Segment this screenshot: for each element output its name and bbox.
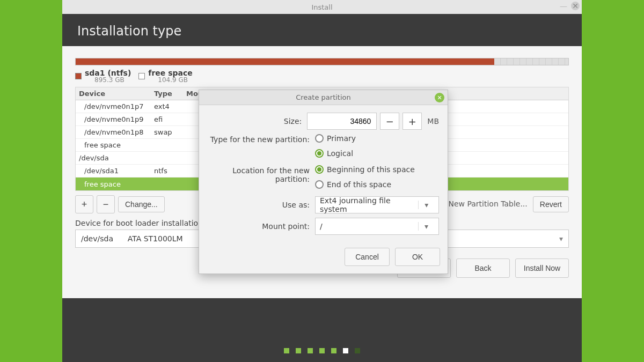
partition-location-end[interactable]: End of this space	[315, 180, 391, 189]
chevron-down-icon: ▾	[559, 234, 563, 243]
row-type: swap	[154, 128, 186, 136]
dialog-close-button[interactable]: ✕	[435, 93, 444, 102]
use-as-select[interactable]: Ext4 journaling file system ▾	[315, 196, 439, 213]
usage-legend: sda1 (ntfs) 895.3 GB free space 104.9 GB	[75, 69, 569, 84]
usage-segment-used	[76, 58, 494, 65]
progress-dot	[319, 348, 325, 353]
progress-dot	[296, 348, 301, 353]
row-device: /dev/nvme0n1p8	[79, 128, 154, 136]
row-type: efi	[154, 115, 186, 123]
row-device: free space	[79, 141, 154, 149]
partition-location-begin[interactable]: Beginning of this space	[315, 165, 415, 174]
partition-type-logical[interactable]: Logical	[315, 149, 353, 158]
progress-dot	[284, 348, 289, 353]
page-title: Installation type	[77, 24, 181, 39]
col-type: Type	[154, 90, 186, 98]
revert-button[interactable]: Revert	[533, 196, 569, 212]
back-button[interactable]: Back	[456, 258, 510, 278]
size-unit: MB	[427, 117, 439, 125]
dialog-cancel-button[interactable]: Cancel	[345, 248, 390, 266]
progress-dot	[343, 348, 348, 353]
legend-item-free: free space 104.9 GB	[138, 69, 192, 84]
row-type: ntfs	[154, 167, 186, 175]
partition-type-primary[interactable]: Primary	[315, 134, 356, 143]
radio-icon	[315, 165, 324, 174]
new-partition-table-button[interactable]: New Partition Table...	[446, 196, 529, 212]
window-titlebar: Install — ✕	[62, 0, 582, 14]
chevron-down-icon: ▾	[418, 201, 434, 209]
legend-sub-used: 895.3 GB	[94, 76, 131, 84]
change-partition-button[interactable]: Change...	[118, 196, 165, 212]
chevron-down-icon: ▾	[418, 222, 434, 231]
minimize-icon[interactable]: —	[559, 2, 568, 10]
radio-icon	[315, 180, 324, 189]
progress-dot	[308, 348, 313, 353]
size-increment-button[interactable]: +	[402, 113, 422, 130]
legend-swatch-empty	[138, 73, 145, 79]
radio-icon	[315, 134, 324, 143]
row-device: free space	[79, 180, 154, 188]
page-header: Installation type	[62, 14, 582, 46]
row-device: /dev/nvme0n1p9	[79, 115, 154, 123]
row-device: /dev/sda1	[79, 167, 154, 175]
progress-dots	[62, 348, 582, 353]
disk-usage-bar	[75, 58, 569, 65]
remove-partition-button[interactable]: −	[97, 195, 115, 213]
row-device: /dev/sda	[79, 154, 154, 162]
dialog-title: Create partition	[296, 93, 351, 101]
usage-segment-free	[494, 58, 568, 65]
legend-sub-free: 104.9 GB	[158, 76, 192, 84]
boot-model: ATA ST1000LM	[128, 234, 183, 243]
size-decrement-button[interactable]: −	[380, 113, 399, 130]
mount-point-label: Mount point:	[208, 222, 315, 231]
close-icon[interactable]: ✕	[571, 2, 580, 10]
mount-point-select[interactable]: / ▾	[315, 218, 439, 235]
legend-item-used: sda1 (ntfs) 895.3 GB	[75, 69, 131, 84]
dialog-ok-button[interactable]: OK	[395, 248, 440, 266]
create-partition-dialog: Create partition ✕ Size: − + MB Type for…	[199, 90, 448, 274]
dialog-titlebar: Create partition ✕	[199, 90, 448, 105]
size-input[interactable]	[307, 113, 377, 130]
row-device: /dev/nvme0n1p7	[79, 102, 154, 110]
progress-dot	[355, 348, 360, 353]
progress-dot	[331, 348, 336, 353]
install-now-button[interactable]: Install Now	[515, 258, 569, 278]
legend-swatch-red	[75, 73, 82, 79]
col-device: Device	[79, 90, 154, 98]
row-type: ext4	[154, 102, 186, 110]
size-label: Size:	[208, 117, 307, 125]
add-partition-button[interactable]: +	[75, 195, 93, 213]
partition-location-label: Location for the new partition:	[208, 165, 315, 183]
window-title: Install	[311, 3, 332, 11]
use-as-label: Use as:	[208, 201, 315, 209]
boot-device: /dev/sda	[81, 234, 113, 243]
partition-type-label: Type for the new partition:	[208, 134, 315, 144]
window-controls: — ✕	[559, 2, 580, 10]
radio-icon	[315, 149, 324, 158]
